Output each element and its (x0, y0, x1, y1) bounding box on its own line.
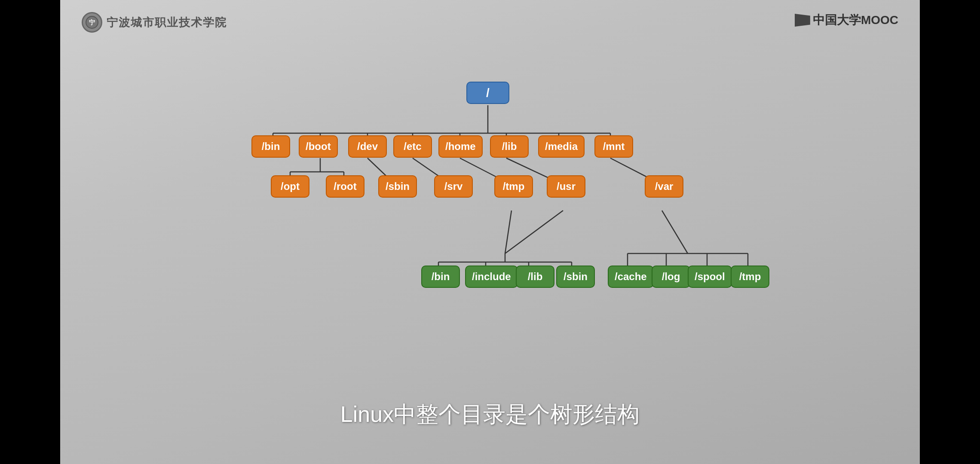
school-name: 宁波城市职业技术学院 (107, 15, 227, 30)
node-usr-lib: /lib (516, 266, 554, 288)
node-srv: /srv (434, 175, 473, 198)
black-bar-left (30, 0, 60, 464)
node-tmp: /tmp (494, 175, 533, 198)
black-bar-right (920, 0, 950, 464)
node-mnt: /mnt (594, 135, 633, 158)
video-frame: 宁 宁波城市职业技术学院 中国大学MOOC (30, 0, 950, 464)
node-boot: /boot (299, 135, 338, 158)
school-icon: 宁 (82, 12, 102, 33)
svg-line-22 (505, 211, 563, 253)
directory-tree: / /bin /boot /dev /etc /home /lib /media… (211, 69, 769, 369)
node-sbin: /sbin (378, 175, 417, 198)
node-var: /var (645, 175, 683, 198)
mooc-logo: 中国大学MOOC (795, 12, 898, 28)
tree-lines (211, 69, 769, 369)
svg-line-21 (505, 211, 511, 253)
svg-text:宁: 宁 (89, 19, 95, 26)
node-usr-bin: /bin (421, 266, 460, 288)
node-dev: /dev (348, 135, 387, 158)
node-var-cache: /cache (608, 266, 654, 288)
node-root: /root (326, 175, 364, 198)
node-usr: /usr (547, 175, 585, 198)
node-var-log: /log (652, 266, 690, 288)
node-home: /home (438, 135, 483, 158)
svg-line-29 (662, 211, 688, 253)
mooc-icon (795, 14, 810, 27)
node-media: /media (538, 135, 585, 158)
node-bin: /bin (251, 135, 290, 158)
node-root: / (466, 82, 509, 104)
node-usr-sbin: /sbin (556, 266, 595, 288)
node-etc: /etc (393, 135, 432, 158)
node-opt: /opt (271, 175, 309, 198)
mooc-label: 中国大学MOOC (813, 12, 898, 28)
subtitle: Linux中整个目录是个树形结构 (340, 400, 640, 430)
node-var-spool: /spool (688, 266, 732, 288)
node-lib: /lib (490, 135, 529, 158)
school-logo: 宁 宁波城市职业技术学院 (82, 12, 227, 33)
node-var-tmp: /tmp (731, 266, 769, 288)
node-usr-include: /include (465, 266, 518, 288)
